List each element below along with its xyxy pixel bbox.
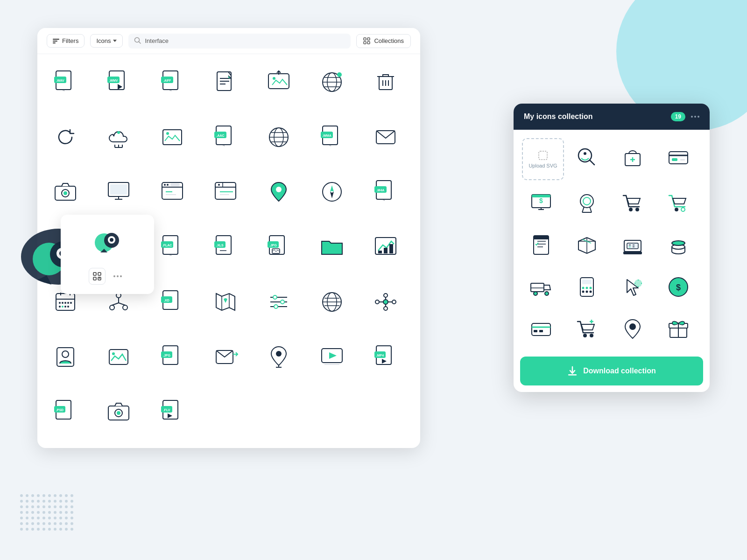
icon-cell-camera[interactable] [42, 168, 89, 215]
icon-cell-sliders[interactable] [255, 279, 302, 325]
svg-line-203 [590, 160, 594, 165]
cp-icon-delivery[interactable] [520, 266, 562, 308]
icon-cell-flv[interactable]: .FLV [149, 388, 196, 435]
svg-point-120 [64, 306, 66, 308]
svg-rect-107 [384, 248, 388, 253]
filters-icon [53, 39, 59, 43]
icon-cell-folder[interactable] [309, 224, 355, 270]
icon-cell-wmv[interactable]: .WMV [95, 59, 142, 105]
add-to-collection-btn[interactable] [89, 268, 106, 285]
icon-cell-xd[interactable]: .XD [149, 279, 196, 325]
icon-cell-location-pin[interactable] [255, 168, 302, 215]
cp-icon-calculator[interactable] [566, 266, 608, 308]
search-input[interactable] [145, 37, 345, 44]
svg-rect-5 [367, 42, 370, 44]
icon-cell-xls[interactable]: .XLS [202, 224, 249, 270]
svg-point-224 [675, 208, 678, 211]
cp-icon-cash-register[interactable] [612, 224, 654, 266]
svg-point-69 [167, 184, 169, 186]
svg-rect-2 [364, 38, 366, 40]
icon-cell-map[interactable] [202, 279, 249, 325]
svg-point-115 [64, 302, 66, 304]
icon-cell-mp4[interactable]: .MP4 [362, 334, 409, 380]
icon-cell-psd[interactable]: .PSD [42, 388, 89, 435]
upload-svg-cell[interactable]: Upload SVG [522, 138, 564, 180]
svg-rect-268 [534, 330, 537, 332]
cp-icon-award[interactable] [566, 182, 608, 224]
icon-cell-network[interactable] [362, 279, 409, 325]
icon-cell-globe2[interactable] [255, 114, 302, 161]
svg-point-119 [62, 306, 63, 308]
svg-point-148 [392, 300, 396, 304]
icon-cell-wav[interactable]: .WAV ♫ [42, 59, 89, 105]
svg-text:.XLS: .XLS [216, 244, 224, 247]
cp-icon-chat-search[interactable] [566, 136, 608, 178]
download-collection-button[interactable]: Download collection [520, 357, 703, 385]
collections-button[interactable]: Collections [356, 34, 411, 48]
cp-icon-receipt[interactable] [520, 224, 562, 266]
icon-cell-profile[interactable] [42, 334, 89, 380]
icon-cell-doc[interactable] [202, 59, 249, 105]
icon-cell-compass[interactable] [309, 168, 355, 215]
cp-icon-cart[interactable] [612, 182, 654, 224]
icon-cell-camera2[interactable] [95, 388, 142, 435]
filters-label: Filters [62, 37, 78, 44]
icon-cell-landscape[interactable] [95, 334, 142, 380]
cp-icon-credit-card2[interactable] [520, 308, 562, 350]
cp-icon-credit-card[interactable] [657, 136, 699, 178]
icon-cell-refresh[interactable] [42, 114, 89, 161]
hover-more-btn[interactable] [109, 268, 126, 285]
icon-cell-location-pin2[interactable] [255, 334, 302, 380]
svg-text:♫: ♫ [169, 253, 171, 256]
svg-point-138 [281, 300, 284, 304]
icon-cell-jpg2[interactable]: .JPG [149, 334, 196, 380]
filters-button[interactable]: Filters [47, 34, 85, 48]
icon-cell-image[interactable] [149, 114, 196, 161]
cp-icon-cart-add[interactable] [566, 308, 608, 350]
svg-point-139 [274, 305, 278, 308]
collections-panel-menu[interactable] [691, 116, 699, 118]
cp-icon-cursor[interactable] [612, 266, 654, 308]
svg-point-256 [582, 291, 585, 293]
cp-icon-price-monitor[interactable]: $ [520, 182, 562, 224]
icon-cell-browser[interactable] [149, 168, 196, 215]
icon-cell-globe[interactable] [309, 59, 355, 105]
cp-icon-shopping-bag[interactable] [612, 136, 654, 178]
cp-icon-location[interactable] [612, 308, 654, 350]
icon-cell-email-send[interactable] [202, 334, 249, 380]
svg-rect-4 [364, 42, 366, 44]
cp-icon-box[interactable] [566, 224, 608, 266]
icon-cell-cloud-network[interactable] [95, 114, 142, 161]
icons-dropdown[interactable]: Icons [90, 34, 123, 48]
svg-point-259 [634, 280, 642, 287]
icon-cell-image-upload[interactable] [255, 59, 302, 105]
svg-rect-106 [378, 251, 382, 253]
svg-point-42 [117, 131, 120, 134]
hover-card-icon-display [89, 224, 126, 261]
icon-cell-trash[interactable] [362, 59, 409, 105]
svg-point-271 [590, 334, 593, 337]
icon-cell-m4a[interactable]: .M4A ♫ [362, 168, 409, 215]
icon-cell-aiff[interactable]: .AIFF ♫ [149, 59, 196, 105]
svg-point-163 [276, 351, 282, 357]
chevron-down-icon [113, 40, 117, 42]
icon-cell-globe3[interactable] [309, 279, 355, 325]
icon-cell-jpg[interactable]: .JPG [255, 224, 302, 270]
icon-cell-browser2[interactable] [202, 168, 249, 215]
svg-point-114 [62, 302, 63, 304]
svg-point-61 [63, 191, 67, 195]
cp-icon-cart2[interactable] [657, 182, 699, 224]
cp-icon-gift[interactable] [657, 308, 699, 350]
icon-cell-wma[interactable]: .WMA ♫ [309, 114, 355, 161]
svg-rect-240 [623, 252, 642, 254]
icon-cell-email[interactable] [362, 114, 409, 161]
icon-cell-monitor[interactable] [95, 168, 142, 215]
cp-icon-coins[interactable] [657, 224, 699, 266]
cp-icon-dollar-circle[interactable]: $ [657, 266, 699, 308]
svg-rect-24 [268, 74, 289, 89]
icon-cell-flac[interactable]: .FLAC ♫ [149, 224, 196, 270]
svg-point-193 [110, 238, 113, 242]
icon-cell-video-player[interactable] [309, 334, 355, 380]
icon-cell-aac[interactable]: .AAC ♫ [202, 114, 249, 161]
icon-cell-chart[interactable] [362, 224, 409, 270]
